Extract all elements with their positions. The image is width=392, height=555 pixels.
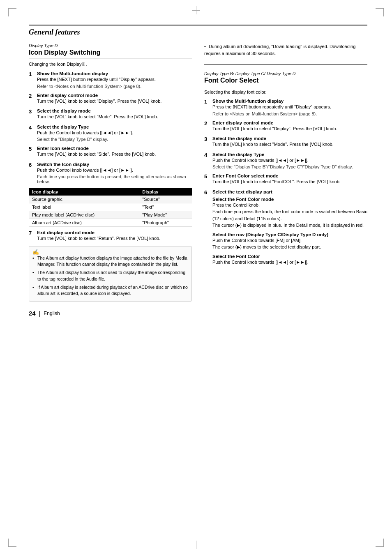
right-step-4-num: 4 (204, 152, 210, 170)
corner-mark-tr (376, 8, 384, 16)
bullet-icon: • (204, 44, 206, 49)
right-step-6-content: Select the text display part Select the … (212, 189, 367, 269)
page-title: General features (29, 28, 367, 37)
page-title-section: General features (29, 25, 367, 37)
step-4-content: Select the display Type Push the Control… (37, 124, 192, 142)
step-1-content: Show the Multi-function display Press th… (37, 71, 192, 89)
note-icon: ✍ (32, 249, 39, 255)
right-step-4-note: Select the "Display Type B"/"Display Typ… (212, 164, 367, 169)
table-header-icon: Icon display (29, 188, 139, 196)
right-step-1-body: Press the [NEXT] button repeatedly until… (212, 104, 367, 111)
right-section-title: Font Color Select (204, 77, 367, 86)
note-item: The Album art display function is not us… (32, 269, 188, 283)
step-3-body: Turn the [VOL] knob to select "Mode". Pr… (37, 113, 192, 120)
notes-list: The Album art display function displays … (32, 255, 188, 297)
step-1: 1 Show the Multi-function display Press … (29, 71, 192, 89)
crosshair-top (192, 6, 200, 14)
sub-step: Select the Font ColorPush the Control kn… (212, 254, 367, 266)
table-cell: "Play Mode" (139, 211, 192, 219)
step-5-content: Enter Icon select mode Turn the [VOL] kn… (37, 146, 192, 158)
right-step-5-num: 5 (204, 173, 210, 185)
table-row: Source graphic"Source" (29, 196, 192, 203)
right-step-5-body: Turn the [VOL] knob to select "FontCOL".… (212, 178, 367, 185)
right-step-4-content: Select the display Type Push the Control… (212, 152, 367, 170)
table-cell: "Source" (139, 196, 192, 203)
page-language: English (44, 311, 60, 316)
step-6-body: Push the Control knob towards [|◄◄] or [… (37, 167, 192, 174)
corner-mark-tl (8, 8, 16, 16)
icon-display-table: Icon display Display Source graphic"Sour… (29, 188, 192, 227)
step-5: 5 Enter Icon select mode Turn the [VOL] … (29, 146, 192, 158)
right-step-2-title: Enter display control mode (212, 120, 367, 125)
step-1-title: Show the Multi-function display (37, 71, 192, 76)
step-2-body: Turn the [VOL] knob to select "Display".… (37, 98, 192, 105)
left-column: Display Type D Icon Display Switching Ch… (29, 43, 192, 317)
step-2-num: 2 (29, 93, 35, 105)
table-cell: Source graphic (29, 196, 139, 203)
crosshair-bottom (192, 541, 200, 549)
right-step-5-title: Enter Font Color select mode (212, 173, 367, 178)
table-cell: Album art (ACDrive disc) (29, 219, 139, 227)
right-column: • During album art downloading, "Down-lo… (200, 43, 367, 317)
table-cell: "Photograph" (139, 219, 192, 227)
table-cell: Play mode label (ACDrive disc) (29, 211, 139, 219)
sub-step: Select the Font Color modePress the Cont… (212, 197, 367, 229)
sub-step-title: Select the row (Display Type C/Display T… (212, 232, 367, 237)
right-step-1-num: 1 (204, 99, 210, 116)
step-6-num: 6 (29, 162, 35, 184)
step-7-content: Exit display control mode Turn the [VOL]… (37, 230, 192, 242)
two-column-layout: Display Type D Icon Display Switching Ch… (29, 43, 367, 317)
left-section-subtitle: Display Type D (29, 43, 192, 48)
right-top-note-text: During album art downloading, "Down-load… (204, 44, 356, 56)
right-step-1-content: Show the Multi-function display Press th… (212, 99, 367, 116)
right-step-5: 5 Enter Font Color select mode Turn the … (204, 173, 367, 185)
step-4-num: 4 (29, 124, 35, 142)
table-row: Text label"Text" (29, 203, 192, 211)
right-step-2: 2 Enter display control mode Turn the [V… (204, 120, 367, 132)
right-step-5-content: Enter Font Color select mode Turn the [V… (212, 173, 367, 185)
note-box: ✍ The Album art display function display… (29, 246, 192, 302)
sub-step-body: Push the Control knob towards [|◄◄] or [… (212, 259, 367, 266)
step-6-note: Each time you press the button is presse… (37, 174, 192, 184)
sub-step: Select the row (Display Type C/Display T… (212, 232, 367, 251)
step-6-content: Switch the Icon display Push the Control… (37, 162, 192, 184)
step-7-num: 7 (29, 230, 35, 242)
step-4-note: Select the "Display Type D" display. (37, 137, 192, 142)
sub-step-title: Select the Font Color mode (212, 197, 367, 202)
right-step-4: 4 Select the display Type Push the Contr… (204, 152, 367, 170)
right-step-4-body: Push the Control knob towards [|◄◄] or [… (212, 157, 367, 164)
right-step-3-num: 3 (204, 136, 210, 148)
step-4-title: Select the display Type (37, 124, 192, 129)
right-step-3-content: Select the display mode Turn the [VOL] k… (212, 136, 367, 148)
step-5-title: Enter Icon select mode (37, 146, 192, 151)
page-separator: | (39, 310, 41, 317)
step-2-content: Enter display control mode Turn the [VOL… (37, 93, 192, 105)
right-section-subtitle: Display Type B/ Display Type C/ Display … (204, 71, 367, 76)
step-4-body: Push the Control knob towards [|◄◄] or [… (37, 129, 192, 136)
step-6: 6 Switch the Icon display Push the Contr… (29, 162, 192, 184)
table-row: Play mode label (ACDrive disc)"Play Mode… (29, 211, 192, 219)
right-step-2-num: 2 (204, 120, 210, 132)
step-6-title: Switch the Icon display (37, 162, 192, 167)
table-header-display: Display (139, 188, 192, 196)
note-item: The Album art display function displays … (32, 255, 188, 268)
step-7-title: Exit display control mode (37, 230, 192, 235)
step-7: 7 Exit display control mode Turn the [VO… (29, 230, 192, 242)
step-1-body: Press the [NEXT] button repeatedly until… (37, 76, 192, 83)
right-step-2-body: Turn the [VOL] knob to select "Display".… (212, 125, 367, 132)
right-step-6-num: 6 (204, 189, 210, 269)
right-step-3: 3 Select the display mode Turn the [VOL]… (204, 136, 367, 148)
table-cell: "Text" (139, 203, 192, 211)
left-section-title: Icon Display Switching (29, 49, 192, 58)
sub-step-title: Select the Font Color (212, 254, 367, 259)
step-5-num: 5 (29, 146, 35, 158)
right-step-1-note: Refer to <Notes on Multi-function System… (212, 111, 367, 116)
corner-mark-br (376, 539, 384, 547)
right-step-2-content: Enter display control mode Turn the [VOL… (212, 120, 367, 132)
right-step-3-body: Turn the [VOL] knob to select "Mode". Pr… (212, 141, 367, 148)
page-number: 24 (29, 310, 36, 317)
right-step-1-title: Show the Multi-function display (212, 99, 367, 104)
right-step-6-title: Select the text display part (212, 189, 367, 194)
sub-step-body: Push the Control knob towards [FM] or [A… (212, 237, 367, 251)
table-cell: Text label (29, 203, 139, 211)
